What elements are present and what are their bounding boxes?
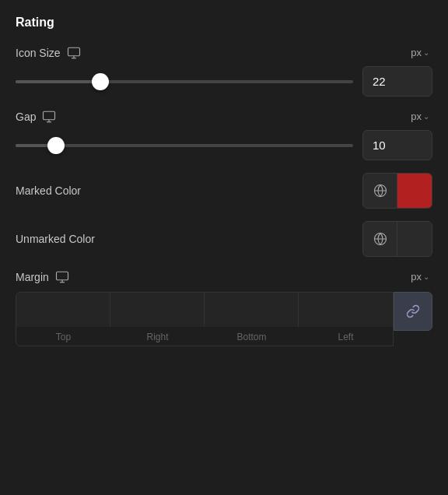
icon-size-slider-row: 22 [16,66,432,97]
marked-color-row: Marked Color [16,173,432,209]
icon-size-label: Icon Size [16,47,61,59]
icon-size-chevron-icon: ⌄ [423,48,429,57]
gap-unit: px [411,111,422,122]
gap-track [16,144,353,147]
margin-top-field: Top [16,293,110,346]
marked-color-swatch[interactable] [397,174,432,208]
icon-size-thumb[interactable] [92,73,109,90]
margin-inputs-wrapper: Top Right Bottom Left [16,292,432,346]
section-title: Rating [16,16,432,30]
icon-size-input[interactable]: 22 [362,66,432,97]
icon-size-fill [16,80,100,83]
margin-bottom-input[interactable] [205,293,299,327]
gap-input[interactable]: 10 [362,130,432,160]
icon-size-label-group: Icon Size [16,46,408,60]
gap-unit-selector[interactable]: px ⌄ [408,109,432,124]
gap-thumb[interactable] [47,137,65,154]
margin-left-label: Left [338,332,353,342]
unmarked-color-controls [362,221,432,257]
margin-monitor-icon [55,270,69,284]
unmarked-color-label: Unmarked Color [16,233,362,245]
svg-rect-0 [68,47,79,56]
margin-unit: px [411,271,422,283]
margin-right-field: Right [110,293,205,346]
margin-section: Margin px ⌄ Top [16,269,432,346]
icon-size-unit: px [411,47,422,58]
icon-size-track [16,80,353,83]
gap-monitor-icon [42,110,56,124]
svg-rect-10 [56,272,68,280]
marked-color-label: Marked Color [16,184,362,197]
margin-unit-selector[interactable]: px ⌄ [408,269,432,284]
margin-right-input[interactable] [110,293,205,327]
margin-chevron-icon: ⌄ [423,272,429,281]
gap-slider-container[interactable] [16,138,353,153]
margin-left-field: Left [299,293,393,346]
gap-label-group: Gap [16,110,408,124]
icon-size-monitor-icon [67,46,81,60]
margin-bottom-field: Bottom [205,293,299,346]
margin-bottom-label: Bottom [236,332,266,342]
margin-label-group: Margin [16,270,408,284]
margin-top-input[interactable] [16,293,110,327]
gap-label: Gap [16,111,36,123]
svg-rect-3 [44,111,55,120]
marked-color-globe-button[interactable] [363,174,397,208]
unmarked-color-row: Unmarked Color [16,221,432,257]
gap-slider-row: 10 [16,130,432,160]
margin-right-label: Right [146,332,168,342]
icon-size-header-row: Icon Size px ⌄ [16,45,432,60]
margin-header-row: Margin px ⌄ [16,269,432,284]
margin-fields-group: Top Right Bottom Left [16,292,394,346]
margin-label: Margin [16,271,49,283]
margin-top-label: Top [56,332,71,342]
icon-size-slider-container[interactable] [16,74,353,90]
icon-size-unit-selector[interactable]: px ⌄ [408,45,432,60]
gap-chevron-icon: ⌄ [423,112,429,121]
margin-left-input[interactable] [299,293,393,327]
unmarked-color-globe-button[interactable] [363,222,397,256]
gap-header-row: Gap px ⌄ [16,109,432,124]
panel-container: Rating Icon Size px ⌄ 22 [16,16,432,346]
unmarked-color-swatch[interactable] [397,222,432,256]
marked-color-controls [362,173,432,209]
margin-link-button[interactable] [394,292,432,331]
